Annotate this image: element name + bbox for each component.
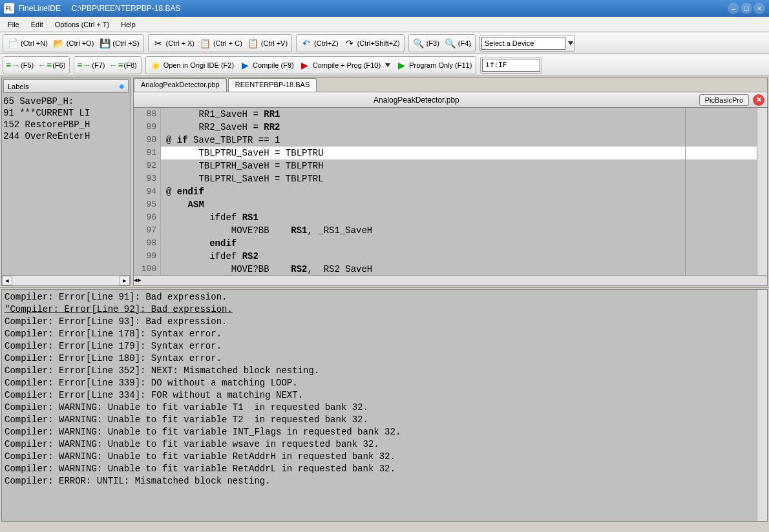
open-folder-icon: 📂	[53, 37, 65, 49]
output-line[interactable]: Compiler: WARNING: Unable to fit variabl…	[5, 402, 764, 414]
code-line[interactable]: @ endif	[161, 185, 757, 198]
paste-icon: 📋	[248, 37, 259, 49]
paste-button[interactable]: 📋(Ctrl +V)	[245, 36, 290, 50]
output-panel[interactable]: Compiler: Error[Line 91]: Bad expression…	[1, 289, 768, 522]
label-row[interactable]: 244 OverReEnterH	[3, 130, 129, 142]
code-line[interactable]: TBLPTRL_SaveH = TBLPTRL	[161, 172, 757, 185]
editor-hscroll[interactable]: ◂ ▸	[134, 275, 767, 285]
close-tab-button[interactable]: ✕	[753, 94, 764, 106]
if-input[interactable]	[482, 59, 540, 72]
compile-prog-button[interactable]: ▶Compile + Prog (F10)	[297, 58, 393, 72]
label-row[interactable]: 65 SavePBP_H:	[3, 96, 129, 107]
play-icon: ▶	[239, 59, 251, 71]
code-body[interactable]: RR1_SaveH = RR1 RR2_SaveH = RR2@ if Save…	[161, 108, 757, 275]
open-file-button[interactable]: 📂(Ctrl +O)	[50, 36, 96, 50]
editor-tabs: AnalogPeakDetector.pbpREENTERPBP-18.BAS	[134, 78, 767, 92]
find-next-button[interactable]: 🔍(F4)	[442, 36, 474, 50]
save-file-button[interactable]: 💾(Ctrl +S)	[96, 36, 142, 50]
output-line[interactable]: Compiler: WARNING: Unable to fit variabl…	[5, 426, 764, 438]
circle-icon: ◉	[150, 59, 162, 71]
indent-icon: ≡→	[7, 59, 19, 71]
outdent-icon: ←≡	[39, 59, 50, 71]
code-line[interactable]: TBLPTRH_SaveH = TBLPTRH	[161, 159, 757, 172]
device-select[interactable]	[481, 37, 565, 50]
scroll-right-button[interactable]: ▸	[138, 276, 142, 285]
editor-vscroll[interactable]	[757, 108, 767, 275]
file-path: C:\PBP\REENTERPBP-18.BAS	[72, 4, 181, 13]
new-file-button[interactable]: 📄(Ctrl +N)	[5, 36, 50, 50]
output-line[interactable]: Compiler: ERROR: UNTIL: Mismatched block…	[5, 475, 764, 487]
code-line[interactable]: RR2_SaveH = RR2	[161, 121, 757, 134]
undo-button[interactable]: ↶(Ctrl+Z)	[298, 36, 341, 50]
menu-file[interactable]: File	[3, 19, 25, 30]
scroll-right-button[interactable]: ▸	[120, 276, 130, 285]
menu-edit[interactable]: Edit	[26, 19, 48, 30]
output-line[interactable]: Compiler: WARNING: Unable to fit variabl…	[5, 451, 764, 463]
code-line[interactable]: ASM	[161, 198, 757, 211]
labels-header[interactable]: Labels ◆	[3, 79, 129, 93]
maximize-button[interactable]: □	[741, 3, 752, 14]
code-line[interactable]: MOVE?BB RS2, RS2 SaveH	[161, 263, 757, 275]
close-window-button[interactable]: ×	[753, 3, 765, 14]
label-row[interactable]: 91 ***CURRENT LI	[3, 107, 129, 119]
output-line[interactable]: Compiler: WARNING: Unable to fit variabl…	[5, 438, 764, 451]
code-line[interactable]: ifdef RS2	[161, 250, 757, 263]
step-f7-button[interactable]: ≡→(F7)	[76, 58, 107, 72]
find-button[interactable]: 🔍(F3)	[410, 36, 442, 50]
menu-options[interactable]: Options (Ctrl + T)	[50, 19, 114, 30]
editor-file-title: AnalogPeakDetector.pbp	[136, 96, 697, 105]
output-line[interactable]: Compiler: Error[Line 339]: DO without a …	[5, 377, 764, 389]
output-line[interactable]: Compiler: Error[Line 352]: NEXT: Mismatc…	[5, 365, 764, 377]
tab[interactable]: AnalogPeakDetector.pbp	[134, 78, 227, 92]
chevron-down-icon[interactable]	[385, 63, 390, 67]
compile-button[interactable]: ▶Compile (F9)	[237, 58, 297, 72]
step-f5-button[interactable]: ≡→(F5)	[5, 58, 36, 72]
output-line[interactable]: Compiler: Error[Line 178]: Syntax error.	[5, 328, 764, 340]
main-area: Labels ◆ 65 SavePBP_H:91 ***CURRENT LI15…	[0, 76, 769, 288]
program-only-button[interactable]: ▶Program Only (F11)	[393, 58, 474, 72]
labels-panel: Labels ◆ 65 SavePBP_H:91 ***CURRENT LI15…	[1, 77, 131, 286]
copy-button[interactable]: 📋(Ctrl + C)	[197, 36, 245, 50]
minimize-button[interactable]: –	[728, 3, 739, 14]
editor-header: AnalogPeakDetector.pbp PicBasicPro ✕	[134, 92, 767, 108]
code-line[interactable]: MOVE?BB RS1, _RS1_SaveH	[161, 224, 757, 237]
search-icon: 🔍	[413, 37, 425, 49]
code-line[interactable]: @ if Save_TBLPTR == 1	[161, 134, 757, 147]
output-vscroll[interactable]	[757, 290, 767, 521]
diamond-icon: ◆	[119, 82, 124, 90]
output-line[interactable]: Compiler: WARNING: Unable to fit variabl…	[5, 463, 764, 475]
scroll-left-button[interactable]: ◂	[2, 276, 12, 285]
tab[interactable]: REENTERPBP-18.BAS	[228, 78, 317, 92]
output-line[interactable]: Compiler: Error[Line 180]: Syntax error.	[5, 353, 764, 365]
code-line[interactable]: endif	[161, 237, 757, 250]
play-red-icon: ▶	[299, 59, 311, 71]
dropdown-arrow-icon[interactable]	[568, 41, 573, 45]
copy-icon: 📋	[200, 37, 211, 49]
redo-button[interactable]: ↷(Ctrl+Shift+Z)	[341, 36, 403, 50]
code-line[interactable]: RR1_SaveH = RR1	[161, 108, 757, 121]
output-line[interactable]: "Compiler: Error[Line 92]: Bad expressio…	[5, 303, 764, 316]
label-row[interactable]: 152 RestorePBP_H	[3, 119, 129, 130]
step-f6-button[interactable]: ←≡(F6)	[36, 58, 68, 72]
window-controls: – □ ×	[728, 3, 765, 14]
title-text: FineLineIDE C:\PBP\REENTERPBP-18.BAS	[18, 4, 728, 13]
line-gutter: 888990919293949596979899100	[134, 108, 161, 275]
code-line[interactable]: TBLPTRU_SaveH = TBLPTRU	[161, 147, 757, 159]
output-line[interactable]: Compiler: Error[Line 91]: Bad expression…	[5, 291, 764, 303]
open-orig-ide-button[interactable]: ◉Open in Origi IDE (F2)	[147, 58, 237, 72]
output-line[interactable]: Compiler: WARNING: Unable to fit variabl…	[5, 414, 764, 426]
output-line[interactable]: Compiler: Error[Line 93]: Bad expression…	[5, 316, 764, 328]
output-line[interactable]: Compiler: Error[Line 334]: FOR without a…	[5, 389, 764, 402]
scroll-track[interactable]	[12, 276, 120, 285]
code-area[interactable]: 888990919293949596979899100 RR1_SaveH = …	[134, 108, 767, 275]
cut-button[interactable]: ✂(Ctrl + X)	[150, 36, 197, 50]
step-f8-button[interactable]: ←≡(F8)	[108, 58, 140, 72]
language-button[interactable]: PicBasicPro	[699, 94, 749, 106]
code-line[interactable]: ifdef RS1	[161, 211, 757, 224]
play-green-icon: ▶	[395, 59, 407, 71]
menu-help[interactable]: Help	[116, 19, 141, 30]
labels-hscroll[interactable]: ◂ ▸	[2, 275, 130, 285]
output-line[interactable]: Compiler: Error[Line 179]: Syntax error.	[5, 340, 764, 353]
toolbar-row-1: 📄(Ctrl +N) 📂(Ctrl +O) 💾(Ctrl +S) ✂(Ctrl …	[0, 32, 769, 54]
labels-list[interactable]: 65 SavePBP_H:91 ***CURRENT LI152 Restore…	[2, 94, 130, 275]
